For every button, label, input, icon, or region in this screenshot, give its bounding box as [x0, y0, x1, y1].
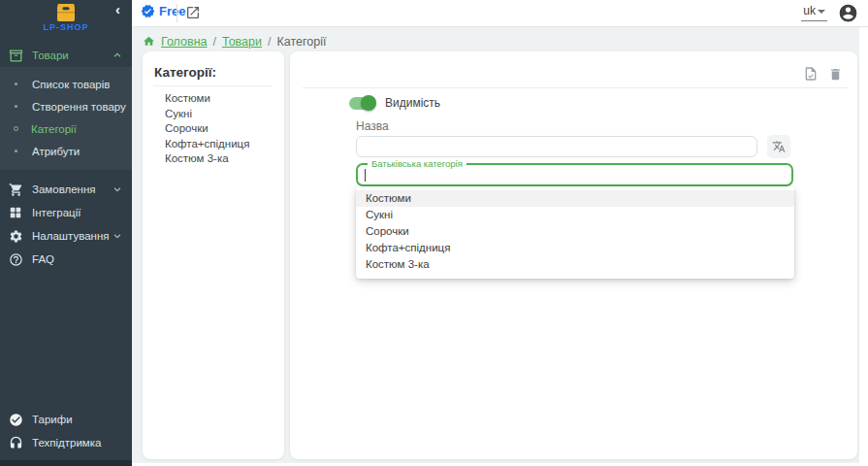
main-area: Free uk Головна / Товари / Категорії — [132, 0, 868, 466]
sidebar-item-products[interactable]: Товари — [0, 44, 132, 67]
open-in-new-icon[interactable] — [185, 5, 201, 20]
cart-icon — [8, 182, 23, 197]
dropdown-option[interactable]: Кофта+спідниця — [356, 240, 794, 256]
category-list-item[interactable]: Костюм 3-ка — [165, 151, 278, 167]
sidebar-subitem-label: Створення товару — [32, 101, 126, 113]
check-circle-icon — [8, 412, 23, 427]
sidebar-subitem-attributes[interactable]: Атрибути — [0, 140, 132, 162]
category-list-item[interactable]: Сорочки — [165, 121, 278, 137]
account-icon[interactable] — [838, 3, 858, 23]
breadcrumb-separator: / — [213, 35, 216, 49]
parent-category-dropdown: Костюми Сукні Сорочки Кофта+спідниця Кос… — [356, 186, 794, 279]
categories-panel-title: Категорії: — [154, 65, 216, 80]
sidebar-item-label: Замовлення — [32, 183, 113, 195]
shop-bag-icon — [55, 4, 77, 21]
trash-icon[interactable] — [825, 64, 845, 83]
bullet-icon — [15, 150, 17, 152]
category-list-item[interactable]: Кофта+спідниця — [165, 137, 278, 152]
save-icon[interactable] — [801, 64, 820, 83]
language-select[interactable]: uk — [801, 4, 827, 21]
box-icon — [8, 48, 23, 63]
dropdown-option[interactable]: Сукні — [356, 207, 794, 223]
sidebar-item-faq[interactable]: FAQ — [0, 248, 132, 271]
divider — [153, 85, 273, 86]
name-field-label: Назва — [356, 119, 389, 133]
chevron-down-icon — [113, 184, 122, 194]
plan-badge-label: Free — [159, 4, 185, 18]
apps-icon — [8, 205, 23, 220]
visibility-toggle[interactable] — [349, 97, 375, 110]
sidebar-subitem-categories[interactable]: Категорії — [0, 117, 132, 140]
home-icon[interactable] — [143, 35, 155, 48]
plan-badge[interactable]: Free — [141, 4, 185, 18]
app-window: LP-SHOP ‹ Товари Список товарів Створен — [0, 0, 868, 466]
sidebar-subitem-label: Категорії — [31, 123, 77, 135]
sidebar-item-label: Товари — [32, 50, 113, 61]
parent-category-label: Батьківська категорія — [368, 158, 466, 169]
visibility-toggle-row: Видимість — [349, 96, 440, 110]
brand-logo[interactable]: LP-SHOP — [0, 4, 132, 32]
sidebar-item-label: Інтеграції — [32, 207, 122, 218]
sidebar-item-settings[interactable]: Налаштування — [0, 224, 132, 248]
visibility-label: Видимість — [385, 96, 440, 110]
dropdown-option[interactable]: Костюм 3-ка — [356, 256, 794, 273]
help-icon — [8, 251, 23, 267]
chevron-down-icon — [113, 231, 122, 241]
category-list-item[interactable]: Костюми — [165, 91, 278, 107]
categories-list: Костюми Сукні Сорочки Кофта+спідниця Кос… — [165, 91, 278, 167]
translate-icon[interactable] — [767, 135, 790, 158]
language-value: uk — [803, 4, 816, 17]
breadcrumb-separator: / — [268, 35, 271, 49]
sidebar-item-integrations[interactable]: Інтеграції — [0, 201, 132, 224]
sidebar-footer: Тарифи Техпідтримка — [0, 408, 132, 454]
bullet-icon — [15, 105, 17, 108]
category-list-item[interactable]: Сукні — [165, 107, 278, 122]
breadcrumb: Головна / Товари / Категорії — [143, 35, 326, 49]
brand-name: LP-SHOP — [0, 22, 132, 32]
breadcrumb-link-products[interactable]: Товари — [222, 35, 262, 49]
headset-icon — [8, 435, 23, 450]
topbar: Free uk — [132, 0, 868, 27]
sidebar-item-label: FAQ — [32, 253, 122, 265]
topbar-divider — [177, 4, 177, 22]
dropdown-option[interactable]: Сорочки — [356, 223, 794, 240]
toggle-thumb — [361, 95, 376, 111]
bullet-ring-icon — [14, 126, 18, 131]
parent-category-field[interactable]: Батьківська категорія — [356, 163, 793, 186]
sidebar-item-label: Техпідтримка — [32, 437, 122, 449]
caret-down-icon — [818, 10, 825, 14]
categories-panel: Категорії: Костюми Сукні Сорочки Кофта+с… — [143, 51, 284, 459]
breadcrumb-link-home[interactable]: Головна — [161, 35, 208, 49]
sidebar-header: LP-SHOP ‹ — [0, 0, 132, 41]
sidebar-item-support[interactable]: Техпідтримка — [0, 431, 132, 454]
divider — [303, 87, 848, 88]
products-submenu: Список товарів Створення товару Категорі… — [0, 67, 132, 170]
gear-icon — [8, 228, 23, 244]
sidebar-collapse-icon[interactable]: ‹ — [115, 3, 120, 17]
category-editor-panel: Видимість Назва Батьківська категорія Ко… — [290, 51, 857, 459]
sidebar-subitem-label: Атрибути — [32, 146, 80, 157]
sidebar: LP-SHOP ‹ Товари Список товарів Створен — [0, 0, 132, 466]
sidebar-item-tariffs[interactable]: Тарифи — [0, 408, 132, 431]
dropdown-option[interactable]: Костюми — [356, 190, 794, 207]
content-area: Головна / Товари / Категорії Категорії: … — [132, 27, 859, 463]
sidebar-nav: Товари Список товарів Створення товару К… — [0, 44, 132, 271]
sidebar-item-label: Тарифи — [32, 414, 122, 425]
bullet-icon — [15, 83, 17, 85]
sidebar-subitem-label: Список товарів — [32, 79, 110, 90]
text-cursor — [365, 169, 366, 182]
verified-icon — [141, 4, 155, 18]
breadcrumb-current: Категорії — [276, 35, 326, 49]
sidebar-item-orders[interactable]: Замовлення — [0, 178, 132, 201]
sidebar-subitem-product-list[interactable]: Список товарів — [0, 73, 132, 95]
name-input[interactable] — [356, 136, 757, 157]
chevron-up-icon — [113, 50, 122, 60]
sidebar-subitem-product-create[interactable]: Створення товару — [0, 95, 132, 117]
sidebar-bottom-strip — [0, 460, 132, 466]
sidebar-item-label: Налаштування — [32, 230, 113, 242]
